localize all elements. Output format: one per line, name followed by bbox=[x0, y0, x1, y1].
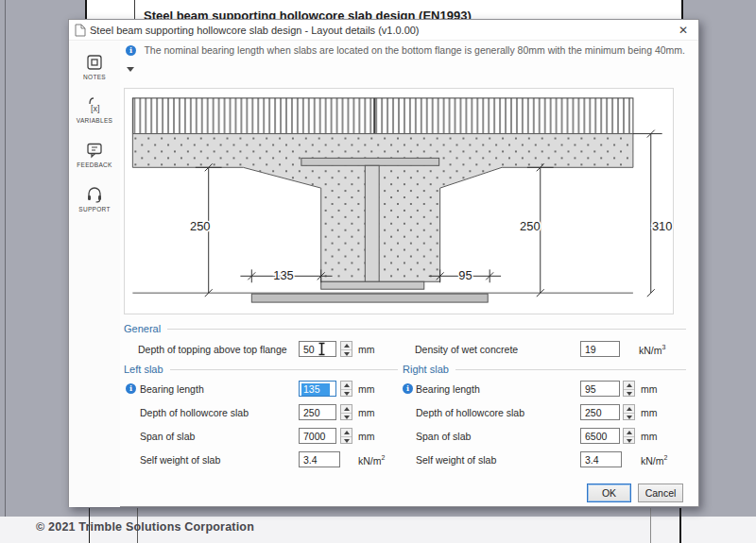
right-span-input[interactable] bbox=[580, 428, 620, 444]
sidebar-item-variables[interactable]: [x] VARIABLES bbox=[69, 96, 120, 124]
sidebar-item-label: SUPPORT bbox=[69, 206, 120, 212]
field-label: Span of slab bbox=[416, 431, 471, 442]
dim-label-left-250: 250 bbox=[190, 219, 210, 233]
field-label: Span of slab bbox=[140, 431, 195, 442]
field-label: Depth of hollowcore slab bbox=[140, 407, 249, 418]
sidebar-item-label: VARIABLES bbox=[69, 117, 120, 124]
text-cursor-icon bbox=[318, 342, 326, 356]
field-label: Depth of hollowcore slab bbox=[416, 407, 524, 418]
chevron-down-icon[interactable] bbox=[127, 67, 134, 72]
left-self-weight-input[interactable] bbox=[299, 451, 340, 467]
beam-web bbox=[365, 165, 379, 281]
field-unit: kN/m3 bbox=[639, 344, 665, 356]
section-general: General bbox=[124, 322, 686, 334]
left-span-spinner[interactable] bbox=[340, 428, 352, 444]
close-icon[interactable]: ✕ bbox=[676, 23, 691, 38]
field-label: Bearing length bbox=[416, 383, 480, 395]
right-span-spinner[interactable] bbox=[623, 428, 635, 444]
table-border-line bbox=[134, 0, 135, 19]
concrete-density-input[interactable] bbox=[580, 341, 620, 357]
background-document-page: Steel beam supporting hollowcore slab de… bbox=[85, 0, 683, 19]
field-row-left-span: Span of slab mm bbox=[124, 428, 404, 445]
right-self-weight-input[interactable] bbox=[580, 451, 622, 467]
field-label: Self weight of slab bbox=[416, 454, 496, 466]
right-depth-spinner[interactable] bbox=[623, 404, 635, 420]
info-icon: i bbox=[403, 383, 413, 394]
note-text: The nominal bearing length when slabs ar… bbox=[144, 44, 687, 56]
field-unit: kN/m2 bbox=[641, 454, 667, 467]
field-row-right-depth: Depth of hollowcore slab mm bbox=[403, 404, 686, 421]
concrete-stipple bbox=[132, 134, 633, 282]
document-icon bbox=[75, 24, 86, 37]
support-icon bbox=[85, 185, 104, 204]
dim-label-135: 135 bbox=[273, 268, 293, 282]
dialog-title: Steel beam supporting hollowcore slab de… bbox=[90, 25, 420, 36]
field-row-right-bearing: i Bearing length mm bbox=[403, 381, 686, 398]
field-unit: mm bbox=[641, 383, 658, 395]
feedback-icon bbox=[85, 141, 104, 160]
document-heading: Steel beam supporting hollowcore slab de… bbox=[144, 8, 472, 19]
table-border-line bbox=[650, 508, 651, 543]
field-unit: kN/m2 bbox=[358, 454, 385, 467]
section-rule bbox=[455, 369, 686, 370]
notes-icon bbox=[85, 53, 104, 72]
right-depth-input[interactable] bbox=[580, 404, 620, 420]
sidebar-item-notes[interactable]: NOTES bbox=[69, 53, 120, 80]
dialog-sidebar: NOTES [x] VARIABLES FEEDBACK bbox=[69, 42, 120, 507]
copyright-text: © 2021 Trimble Solutions Corporation bbox=[36, 520, 254, 534]
field-row-right-span: Span of slab mm bbox=[403, 428, 686, 445]
dim-label-310: 310 bbox=[652, 219, 672, 233]
layout-details-dialog: Steel beam supporting hollowcore slab de… bbox=[68, 19, 699, 507]
section-right-slab: Right slab bbox=[403, 363, 686, 375]
sidebar-item-label: NOTES bbox=[69, 74, 120, 80]
field-label: Depth of topping above top flange bbox=[138, 344, 287, 355]
plank-hatch-band bbox=[132, 98, 633, 134]
dialog-titlebar[interactable]: Steel beam supporting hollowcore slab de… bbox=[69, 20, 698, 41]
section-rule bbox=[167, 329, 686, 330]
sidebar-item-label: FEEDBACK bbox=[69, 161, 120, 168]
field-row-left-bearing: i Bearing length 135 mm bbox=[124, 381, 404, 398]
dim-label-right-250: 250 bbox=[520, 219, 540, 233]
left-depth-spinner[interactable] bbox=[340, 404, 352, 420]
section-diagram: 250 250 310 bbox=[124, 88, 674, 314]
field-unit: mm bbox=[358, 407, 375, 418]
field-row-right-self-weight: Self weight of slab kN/m2 bbox=[403, 451, 686, 468]
bottom-flange bbox=[321, 281, 424, 289]
field-unit: mm bbox=[641, 431, 658, 442]
left-depth-input[interactable] bbox=[299, 404, 336, 420]
left-bearing-spinner[interactable] bbox=[340, 381, 352, 397]
info-icon: i bbox=[126, 383, 136, 394]
page-border-line bbox=[679, 508, 681, 543]
sidebar-item-feedback[interactable]: FEEDBACK bbox=[69, 141, 120, 168]
field-unit: mm bbox=[358, 383, 375, 395]
dim-label-95: 95 bbox=[458, 268, 472, 282]
ok-button[interactable]: OK bbox=[587, 484, 631, 502]
screen: Steel beam supporting hollowcore slab de… bbox=[0, 0, 756, 543]
right-bearing-input[interactable] bbox=[580, 381, 620, 397]
left-bearing-input[interactable]: 135 bbox=[299, 381, 336, 397]
topping-depth-spinner[interactable] bbox=[340, 341, 352, 357]
button-bar: OK Cancel bbox=[69, 484, 698, 504]
field-row-left-self-weight: Self weight of slab kN/m2 bbox=[124, 451, 404, 468]
field-label: Density of wet concrete bbox=[415, 344, 518, 355]
field-unit: mm bbox=[358, 431, 375, 442]
left-span-input[interactable] bbox=[299, 428, 336, 444]
field-row-topping-depth: Depth of topping above top flange mm bbox=[124, 341, 404, 358]
field-row-left-depth: Depth of hollowcore slab mm bbox=[124, 404, 404, 421]
svg-text:[x]: [x] bbox=[91, 104, 100, 113]
section-title: General bbox=[124, 323, 161, 334]
field-unit: mm bbox=[641, 407, 658, 418]
window-edge-line bbox=[5, 0, 6, 543]
field-label: Self weight of slab bbox=[140, 454, 220, 466]
section-left-slab: Left slab bbox=[124, 363, 398, 375]
section-title: Left slab bbox=[124, 364, 163, 375]
info-icon: i bbox=[126, 45, 136, 56]
section-rule bbox=[170, 369, 398, 370]
right-bearing-spinner[interactable] bbox=[623, 381, 635, 397]
section-title: Right slab bbox=[403, 364, 449, 375]
sidebar-item-support[interactable]: SUPPORT bbox=[69, 185, 120, 212]
field-row-concrete-density: Density of wet concrete kN/m3 bbox=[403, 341, 686, 358]
cancel-button[interactable]: Cancel bbox=[638, 484, 683, 502]
bottom-plate bbox=[251, 294, 488, 302]
dim-overall-310 bbox=[633, 130, 662, 297]
